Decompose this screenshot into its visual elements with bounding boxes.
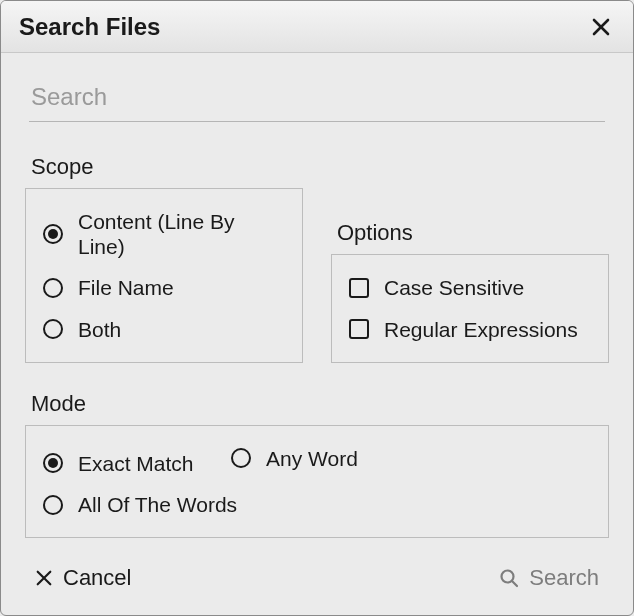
mode-option-label: Exact Match: [78, 451, 194, 476]
search-label: Search: [529, 565, 599, 591]
cancel-button[interactable]: Cancel: [31, 559, 135, 597]
options-title: Options: [337, 220, 609, 246]
top-groups-row: Scope Content (Line By Line) File Name: [25, 154, 609, 363]
scope-option-filename[interactable]: File Name: [40, 267, 288, 308]
search-field-wrap: [25, 71, 609, 130]
close-button[interactable]: [587, 13, 615, 41]
option-case-sensitive[interactable]: Case Sensitive: [346, 267, 594, 308]
options-box: Case Sensitive Regular Expressions: [331, 254, 609, 362]
radio-icon: [42, 452, 64, 474]
dialog-footer: Cancel Search: [25, 545, 609, 615]
radio-icon: [230, 447, 252, 469]
mode-title: Mode: [31, 391, 609, 417]
radio-icon: [42, 318, 64, 340]
scope-option-label: File Name: [78, 275, 174, 300]
mode-option-label: All Of The Words: [78, 492, 237, 517]
checkbox-icon: [348, 277, 370, 299]
scope-box: Content (Line By Line) File Name Both: [25, 188, 303, 363]
dialog-body: Scope Content (Line By Line) File Name: [1, 53, 633, 615]
mode-box: Exact Match Any Word All Of The Words: [25, 425, 609, 538]
mode-option-label: Any Word: [266, 446, 358, 471]
titlebar: Search Files: [1, 1, 633, 53]
scope-title: Scope: [31, 154, 303, 180]
cancel-label: Cancel: [63, 565, 131, 591]
radio-icon: [42, 223, 64, 245]
search-input[interactable]: [29, 77, 605, 122]
options-group: Options Case Sensitive Regular Expressio…: [331, 220, 609, 362]
mode-option-any[interactable]: Any Word: [228, 438, 360, 479]
search-icon: [499, 568, 519, 588]
option-label: Regular Expressions: [384, 317, 578, 342]
checkbox-icon: [348, 318, 370, 340]
option-label: Case Sensitive: [384, 275, 524, 300]
close-icon: [591, 17, 611, 37]
search-files-dialog: Search Files Scope Content (Line By L: [0, 0, 634, 616]
svg-line-5: [512, 581, 517, 586]
dialog-title: Search Files: [19, 13, 160, 41]
scope-option-both[interactable]: Both: [40, 309, 288, 350]
radio-icon: [42, 494, 64, 516]
scope-option-content[interactable]: Content (Line By Line): [40, 201, 288, 267]
radio-icon: [42, 277, 64, 299]
scope-option-label: Content (Line By Line): [78, 209, 286, 259]
option-regex[interactable]: Regular Expressions: [346, 309, 594, 350]
scope-group: Scope Content (Line By Line) File Name: [25, 154, 303, 363]
close-icon: [35, 569, 53, 587]
search-button[interactable]: Search: [495, 559, 603, 597]
scope-option-label: Both: [78, 317, 121, 342]
mode-group: Mode Exact Match Any Word: [25, 391, 609, 545]
mode-option-all[interactable]: All Of The Words: [40, 484, 594, 525]
mode-option-exact[interactable]: Exact Match: [40, 443, 196, 484]
